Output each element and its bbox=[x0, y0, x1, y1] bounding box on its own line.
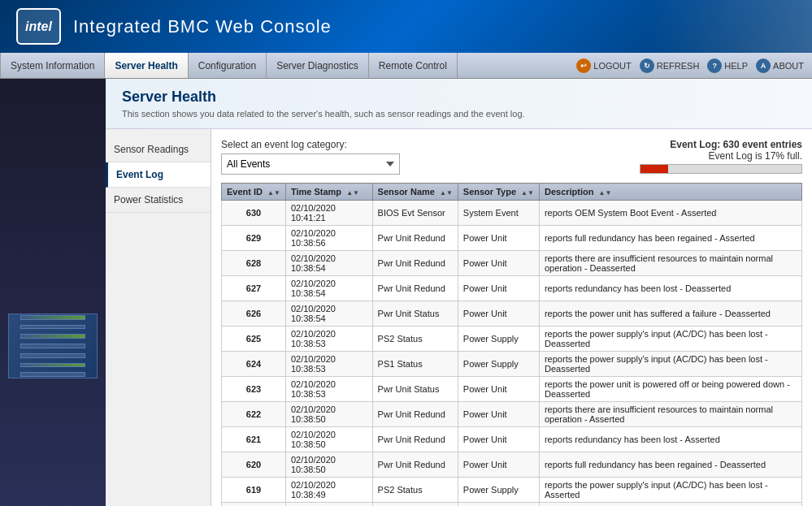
table-row: 61902/10/2020 10:38:49PS2 StatusPower Su… bbox=[222, 478, 802, 503]
sidebar-item-power-statistics[interactable]: Power Statistics bbox=[106, 188, 211, 213]
table-cell-0: 624 bbox=[222, 352, 286, 377]
table-cell-4: reports the power unit has suffered a fa… bbox=[539, 301, 801, 327]
table-cell-1: 02/10/2020 10:38:54 bbox=[285, 276, 372, 301]
help-icon: ? bbox=[707, 58, 722, 73]
server-rack-7 bbox=[20, 372, 85, 377]
server-rack-2 bbox=[20, 325, 85, 330]
table-row: 62702/10/2020 10:38:54Pwr Unit RedundPow… bbox=[222, 276, 802, 301]
sort-arrows-timestamp: ▲▼ bbox=[346, 189, 359, 197]
table-cell-2: Pwr Unit Status bbox=[372, 301, 458, 327]
table-cell-3: Power Supply bbox=[458, 503, 539, 507]
table-row: 62502/10/2020 10:38:53PS2 StatusPower Su… bbox=[222, 327, 802, 352]
table-row: 62802/10/2020 10:38:54Pwr Unit RedundPow… bbox=[222, 251, 802, 276]
table-cell-0: 628 bbox=[222, 251, 286, 276]
event-log-info: Event Log: 630 event entries Event Log i… bbox=[640, 139, 802, 174]
event-log-fullness: Event Log is 17% full. bbox=[640, 150, 802, 162]
server-rack-4 bbox=[20, 344, 85, 348]
event-log-progress-bar bbox=[640, 164, 802, 174]
table-row: 62302/10/2020 10:38:53Pwr Unit StatusPow… bbox=[222, 377, 802, 402]
table-row: 62402/10/2020 10:38:53PS1 StatusPower Su… bbox=[222, 352, 802, 377]
table-cell-4: reports there are insufficient resources… bbox=[539, 402, 801, 427]
table-cell-4: reports the power supply's input (AC/DC)… bbox=[539, 327, 801, 352]
section-description: This section shows you data related to t… bbox=[122, 109, 796, 119]
col-timestamp[interactable]: Time Stamp ▲▼ bbox=[285, 184, 372, 201]
table-cell-1: 02/10/2020 10:38:50 bbox=[285, 402, 372, 427]
table-cell-0: 626 bbox=[222, 301, 286, 327]
table-cell-1: 02/10/2020 10:38:54 bbox=[285, 301, 372, 327]
table-cell-3: System Event bbox=[458, 201, 539, 226]
table-cell-4: reports the power supply's input (AC/DC)… bbox=[539, 352, 801, 377]
table-cell-2: PS1 Status bbox=[372, 503, 458, 507]
table-cell-3: Power Unit bbox=[458, 402, 539, 427]
event-category-select[interactable]: All Events System Events Power Events Fa… bbox=[221, 154, 400, 175]
refresh-action[interactable]: ↻ REFRESH bbox=[640, 58, 700, 73]
table-cell-4: reports there are insufficient resources… bbox=[539, 251, 801, 276]
table-cell-1: 02/10/2020 10:38:54 bbox=[285, 251, 372, 276]
table-cell-0: 625 bbox=[222, 327, 286, 352]
table-cell-3: Power Unit bbox=[458, 251, 539, 276]
table-cell-0: 621 bbox=[222, 427, 286, 452]
nav-actions: ↩ LOGOUT ↻ REFRESH ? HELP A ABOUT bbox=[568, 58, 812, 73]
col-sensor-type[interactable]: Sensor Type ▲▼ bbox=[458, 184, 539, 201]
table-header-row: Event ID ▲▼ Time Stamp ▲▼ Sensor Name ▲▼ bbox=[222, 184, 802, 201]
table-cell-2: Pwr Unit Status bbox=[372, 377, 458, 402]
server-rack-6 bbox=[20, 363, 85, 368]
table-row: 62202/10/2020 10:38:50Pwr Unit RedundPow… bbox=[222, 402, 802, 427]
sidebar-item-event-log[interactable]: Event Log bbox=[106, 162, 211, 188]
table-cell-3: Power Supply bbox=[458, 352, 539, 377]
header-decorative-image bbox=[649, 0, 812, 53]
table-cell-0: 629 bbox=[222, 226, 286, 251]
left-nav: Sensor Readings Event Log Power Statisti… bbox=[106, 129, 211, 506]
table-cell-2: PS2 Status bbox=[372, 478, 458, 503]
sort-arrows-sensor-name: ▲▼ bbox=[440, 189, 453, 197]
event-table: Event ID ▲▼ Time Stamp ▲▼ Sensor Name ▲▼ bbox=[221, 183, 802, 506]
table-cell-1: 02/10/2020 10:38:53 bbox=[285, 327, 372, 352]
table-row: 62002/10/2020 10:38:50Pwr Unit RedundPow… bbox=[222, 452, 802, 478]
refresh-icon: ↻ bbox=[640, 58, 654, 73]
sidebar-item-sensor-readings[interactable]: Sensor Readings bbox=[106, 137, 211, 162]
table-cell-0: 619 bbox=[222, 478, 286, 503]
table-cell-2: Pwr Unit Redund bbox=[372, 402, 458, 427]
nav-bar: System Information Server Health Configu… bbox=[0, 53, 812, 79]
page-body: Sensor Readings Event Log Power Statisti… bbox=[106, 129, 812, 506]
col-sensor-name[interactable]: Sensor Name ▲▼ bbox=[372, 184, 458, 201]
nav-system-information[interactable]: System Information bbox=[0, 53, 105, 78]
table-cell-0: 623 bbox=[222, 377, 286, 402]
table-row: 62602/10/2020 10:38:54Pwr Unit StatusPow… bbox=[222, 301, 802, 327]
nav-items: System Information Server Health Configu… bbox=[0, 53, 568, 78]
logout-action[interactable]: ↩ LOGOUT bbox=[576, 58, 631, 73]
table-cell-3: Power Unit bbox=[458, 301, 539, 327]
sidebar-image bbox=[0, 79, 106, 506]
table-cell-2: Pwr Unit Redund bbox=[372, 251, 458, 276]
about-action[interactable]: A ABOUT bbox=[756, 58, 804, 73]
table-cell-3: Power Supply bbox=[458, 327, 539, 352]
col-event-id[interactable]: Event ID ▲▼ bbox=[222, 184, 286, 201]
nav-server-diagnostics[interactable]: Server Diagnostics bbox=[267, 53, 369, 78]
table-cell-2: Pwr Unit Redund bbox=[372, 226, 458, 251]
table-cell-4: reports the power supply's input (AC/DC)… bbox=[539, 478, 801, 503]
server-rack-5 bbox=[20, 353, 85, 358]
logout-icon: ↩ bbox=[576, 58, 591, 73]
nav-configuration[interactable]: Configuration bbox=[189, 53, 267, 78]
col-description[interactable]: Description ▲▼ bbox=[539, 184, 801, 201]
help-action[interactable]: ? HELP bbox=[707, 58, 748, 73]
table-cell-2: PS1 Status bbox=[372, 352, 458, 377]
main-content: Server Health This section shows you dat… bbox=[106, 79, 812, 506]
nav-remote-control[interactable]: Remote Control bbox=[369, 53, 458, 78]
table-cell-0: 618 bbox=[222, 503, 286, 507]
event-log-content: Select an event log category: All Events… bbox=[211, 129, 812, 506]
event-log-count: Event Log: 630 event entries bbox=[640, 139, 802, 150]
table-cell-0: 627 bbox=[222, 276, 286, 301]
table-cell-3: Power Unit bbox=[458, 276, 539, 301]
table-cell-1: 02/10/2020 10:38:50 bbox=[285, 427, 372, 452]
table-cell-1: 02/10/2020 10:38:53 bbox=[285, 352, 372, 377]
server-image bbox=[8, 314, 98, 378]
table-cell-2: BIOS Evt Sensor bbox=[372, 201, 458, 226]
event-log-progress-fill bbox=[640, 165, 668, 173]
nav-server-health[interactable]: Server Health bbox=[105, 53, 188, 78]
sort-arrows-description: ▲▼ bbox=[599, 189, 612, 197]
table-cell-2: Pwr Unit Redund bbox=[372, 276, 458, 301]
table-cell-1: 02/10/2020 10:38:49 bbox=[285, 503, 372, 507]
sort-arrows-sensor-type: ▲▼ bbox=[521, 189, 534, 197]
app-title: Integrated BMC Web Console bbox=[73, 16, 332, 37]
